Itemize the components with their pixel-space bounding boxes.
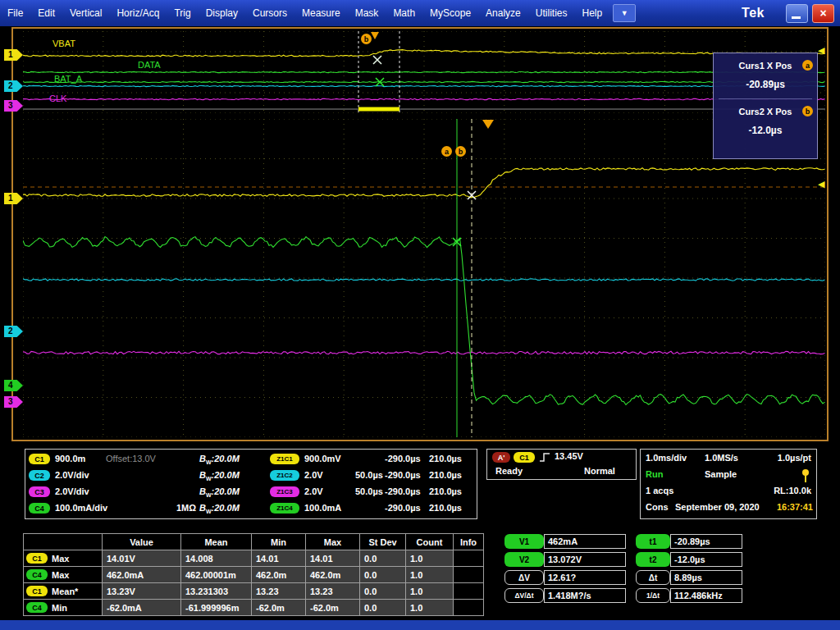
z1c1-badge[interactable]: Z1C1 [270,454,299,464]
z1c4-range-start: -290.0µs [385,503,421,513]
timebase-readout: 1.0ms/div [646,453,687,463]
main-waveform-canvas[interactable] [23,119,825,437]
curs1-label-row: Curs1 X Pos a [714,61,817,71]
meas-cell: 0.0 [360,550,405,566]
menu-cursors[interactable]: Cursors [245,0,294,26]
minimize-button[interactable] [786,4,808,23]
z1c2-scale: 2.0V [304,470,323,480]
trigger-panel[interactable]: A' C1 13.45V Ready Normal [486,449,637,480]
meas-header-max: Max [306,534,359,550]
menu-trig[interactable]: Trig [167,0,198,26]
meas-cell: 462.00001m [181,567,251,582]
channel-row-c2[interactable]: C2 2.0V/div BW:20.0M Z1C2 2.0V 50.0µs -2… [25,468,477,483]
main-trigger-position-icon[interactable] [482,120,494,129]
menu-edit[interactable]: Edit [30,0,62,26]
z1c3-scale: 2.0V [304,486,323,496]
t2-value: -12.0µs [670,552,742,567]
menu-display[interactable]: Display [199,0,245,26]
inv-dt-badge: 1/Δt [636,588,670,603]
strip-trigger-marker-icon[interactable] [371,32,379,39]
c1-scale: 900.0m [55,454,85,463]
meas-header-info: Info [454,534,483,550]
meas-cell: 13.23 [252,583,305,599]
chevron-down-icon: ▼ [621,9,628,17]
menu-math[interactable]: Math [386,0,422,26]
z1c3-badge[interactable]: Z1C3 [270,486,299,497]
menu-analyze[interactable]: Analyze [478,0,528,26]
main-ch1-position-arrow-icon[interactable]: ◀ [818,180,824,188]
cursor-measurements-panel[interactable]: V1 462mA t1 -20.89µs V2 13.072V t2 -12.0… [504,534,742,603]
spacer [626,570,636,585]
trace-label-vbat: VBAT [52,39,75,48]
z1c2-position: 50.0µs [355,470,383,480]
meas-cell: 0.0 [360,583,405,599]
trace-label-data: DATA [138,60,161,70]
meas-cell: 14.01 [306,550,359,566]
tek-logo: Tek [742,6,786,21]
c1-badge[interactable]: C1 [29,454,50,464]
channel-row-c1[interactable]: C1 900.0m Offset:13.0V BW:20.0M Z1C1 900… [25,452,477,467]
channel-settings-panel: C1 900.0m Offset:13.0V BW:20.0M Z1C1 900… [25,449,477,519]
meas-cell: 1.0 [406,583,453,599]
strip-ch1-position-arrow-icon[interactable]: ◀ [818,46,824,54]
menu-file[interactable]: File [0,0,30,26]
meas-row-label: C4Max [24,567,102,582]
meas-header-min: Min [252,534,305,550]
z1c4-badge[interactable]: Z1C4 [270,503,299,514]
meas-cell: 0.0 [360,600,405,615]
measurement-table[interactable]: Value Mean Min Max St Dev Count Info C1M… [23,533,484,616]
channel-row-c4[interactable]: C4 100.0mA/div 1MΩ BW:20.0M Z1C4 100.0mA… [25,501,477,516]
meas-cell: -62.0mA [103,600,180,615]
rising-edge-slope-icon [538,452,551,463]
curs1-value: -20.89µs [714,79,817,90]
c4-impedance: 1MΩ [176,503,196,513]
c3-badge[interactable]: C3 [29,486,50,497]
c1-offset: Offset:13.0V [106,454,156,463]
curs1-label: Curs1 X Pos [739,61,792,71]
curs2-b-badge: b [802,106,813,116]
menu-measure[interactable]: Measure [294,0,348,26]
trigger-level: 13.45V [555,451,583,461]
z1c1-range-start: -290.0µs [385,454,421,463]
meas-cell: 462.0mA [103,567,180,582]
main-cursor-b-badge[interactable]: b [455,146,466,157]
meas-cell: 462.0m [306,567,359,582]
menu-myscope[interactable]: MyScope [422,0,478,26]
menu-vertical[interactable]: Vertical [62,0,109,26]
horizontal-acquisition-panel[interactable]: 1.0ms/div 1.0MS/s 1.0µs/pt Run Sample 1 … [640,449,817,519]
close-button[interactable]: × [812,4,834,23]
menu-mask[interactable]: Mask [348,0,386,26]
menu-help[interactable]: Help [574,0,609,26]
meas-cell: 14.008 [181,550,251,566]
z1c1-range-end: 210.0µs [429,454,462,463]
z1c1-scale: 900.0mV [304,454,341,463]
channel-row-c3[interactable]: C3 2.0V/div BW:20.0M Z1C3 2.0V 50.0µs -2… [25,485,477,500]
meas-cell: 13.23V [103,583,180,599]
z1c2-badge[interactable]: Z1C2 [270,470,299,481]
delta-t-badge: Δt [636,570,670,585]
menu-horiz-acq[interactable]: Horiz/Acq [109,0,167,26]
bottom-edge-strip [0,620,840,630]
meas-header-value: Value [103,534,180,550]
cursor-readout-box[interactable]: Curs1 X Pos a -20.89µs Curs2 X Pos b -12… [713,52,818,159]
trigger-a-badge[interactable]: A' [492,452,510,463]
z1c2-range-end: 210.0µs [429,470,462,480]
c1-badge: C1 [26,586,48,596]
oscilloscope-app-window: File Edit Vertical Horiz/Acq Trig Displa… [0,0,840,630]
delta-v-badge: ΔV [504,570,544,585]
acquisition-count: 1 acqs [646,486,673,495]
meas-row-label: C4Min [24,600,102,615]
meas-cell: 1.0 [406,567,453,582]
trigger-source-badge[interactable]: C1 [514,452,535,463]
z1c3-range-end: 210.0µs [429,486,462,496]
meas-cell-info [454,567,483,582]
main-cursor-a-badge[interactable]: a [441,146,452,157]
c2-badge[interactable]: C2 [29,470,50,481]
menu-overflow-button[interactable]: ▼ [613,4,636,22]
v2-value: 13.072V [544,552,626,567]
time-readout: 16:37:41 [777,502,813,512]
c4-badge[interactable]: C4 [29,503,50,514]
pin-icon[interactable] [801,469,810,484]
overview-waveform-canvas[interactable] [23,31,825,113]
menu-utilities[interactable]: Utilities [528,0,575,26]
